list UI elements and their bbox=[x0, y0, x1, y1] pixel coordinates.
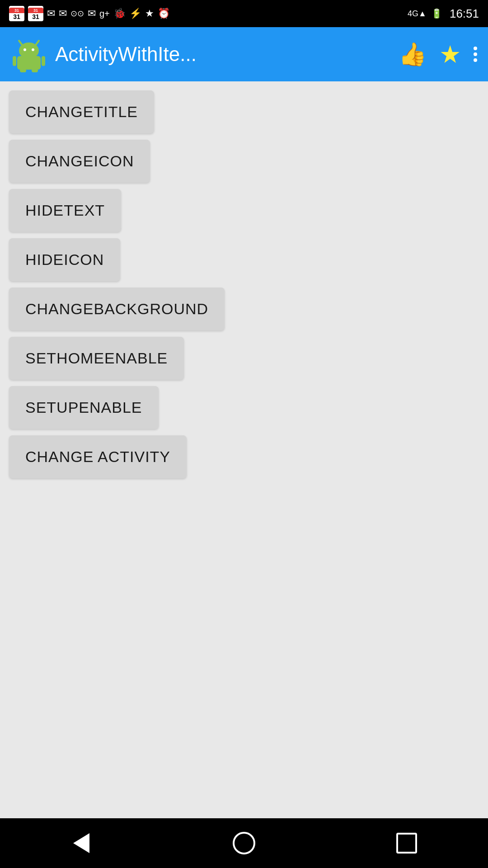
dot-1 bbox=[474, 47, 477, 50]
changeactivity-button[interactable]: CHANGE ACTIVITY bbox=[9, 435, 187, 478]
more-options-button[interactable] bbox=[474, 47, 477, 62]
svg-rect-8 bbox=[20, 69, 26, 72]
mail-icon-3: ✉ bbox=[88, 8, 96, 19]
status-bar-left: 31 31 31 31 ✉ ✉ ⊙⊙ ✉ g+ 🐞 ⚡ ★ ⏰ bbox=[9, 6, 170, 21]
recent-icon bbox=[396, 833, 417, 854]
mail-icon-2: ✉ bbox=[59, 8, 67, 19]
star-status-icon: ★ bbox=[145, 8, 154, 19]
app-bar: ActivityWithIte... 👍 ★ bbox=[0, 27, 488, 81]
battery-icon: 🔋 bbox=[431, 8, 442, 19]
status-bar-right: 4G▲ 🔋 16:51 bbox=[408, 7, 479, 21]
svg-point-3 bbox=[23, 48, 26, 51]
home-icon bbox=[233, 832, 255, 854]
svg-rect-9 bbox=[32, 69, 38, 72]
calendar-icon-2: 31 31 bbox=[28, 6, 43, 21]
nav-bar bbox=[0, 818, 488, 868]
sethomeenable-button[interactable]: SETHOMEENABLE bbox=[9, 337, 184, 380]
bluetooth-icon: ⚡ bbox=[129, 8, 141, 19]
nav-back-button[interactable] bbox=[63, 825, 99, 861]
thumbs-up-button[interactable]: 👍 bbox=[399, 41, 427, 67]
hidetext-button[interactable]: HIDETEXT bbox=[9, 189, 121, 232]
dot-3 bbox=[474, 58, 477, 62]
alarm-icon: ⏰ bbox=[158, 8, 170, 19]
nav-home-button[interactable] bbox=[226, 825, 262, 861]
app-bar-title: ActivityWithIte... bbox=[55, 43, 399, 66]
dot-2 bbox=[474, 52, 477, 56]
svg-rect-5 bbox=[17, 56, 41, 70]
gplus-icon: g+ bbox=[99, 9, 110, 19]
calendar-icon-1: 31 31 bbox=[9, 6, 24, 21]
app-bar-actions: 👍 ★ bbox=[399, 40, 477, 69]
status-bar: 31 31 31 31 ✉ ✉ ⊙⊙ ✉ g+ 🐞 ⚡ ★ ⏰ 4G▲ 🔋 16… bbox=[0, 0, 488, 27]
changeicon-button[interactable]: CHANGEICON bbox=[9, 140, 150, 183]
mail-icon: ✉ bbox=[47, 8, 55, 19]
changebackground-button[interactable]: CHANGEBACKGROUND bbox=[9, 288, 225, 330]
voicemail-icon: ⊙⊙ bbox=[70, 9, 84, 19]
nav-recent-button[interactable] bbox=[389, 825, 425, 861]
main-content: CHANGETITLE CHANGEICON HIDETEXT HIDEICON… bbox=[0, 81, 488, 818]
svg-rect-6 bbox=[13, 56, 16, 66]
status-time: 16:51 bbox=[450, 7, 479, 21]
hideicon-button[interactable]: HIDEICON bbox=[9, 238, 120, 281]
signal-icon: 4G▲ bbox=[408, 9, 427, 19]
app-logo bbox=[11, 36, 47, 72]
svg-rect-7 bbox=[42, 56, 45, 66]
back-icon bbox=[73, 833, 89, 853]
svg-point-4 bbox=[32, 48, 34, 51]
setupenable-button[interactable]: SETUPENABLE bbox=[9, 386, 159, 429]
star-button[interactable]: ★ bbox=[439, 40, 461, 69]
bug-icon: 🐞 bbox=[113, 8, 126, 19]
changetitle-button[interactable]: CHANGETITLE bbox=[9, 90, 154, 133]
